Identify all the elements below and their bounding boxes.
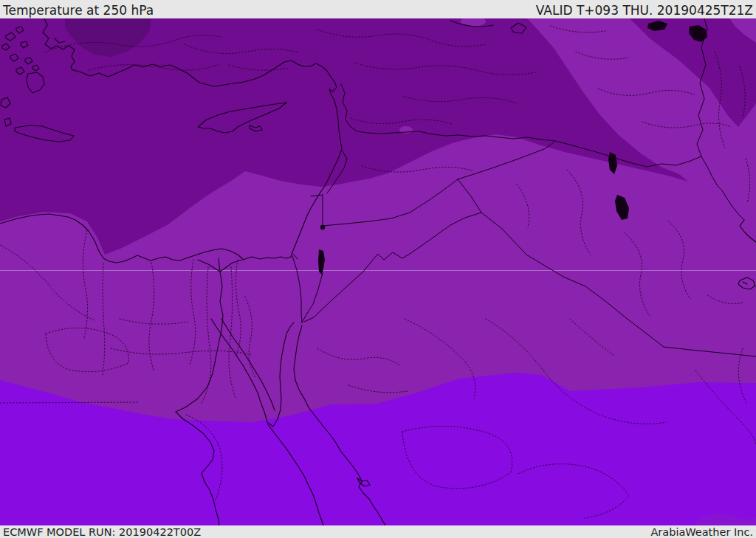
header-bar: Temperature at 250 hPa VALID T+093 THU. …: [0, 0, 756, 18]
footer-bar: ECMWF MODEL RUN: 20190422T00Z ArabiaWeat…: [0, 525, 756, 538]
attribution-label: ArabiaWeather Inc.: [650, 527, 753, 538]
map-title: Temperature at 250 hPa: [3, 4, 154, 17]
valid-time-label: VALID T+093 THU. 20190425T21Z: [536, 4, 753, 17]
model-run-label: ECMWF MODEL RUN: 20190422T00Z: [3, 527, 201, 538]
map-canvas: [0, 0, 756, 538]
weather-map-app: Temperature at 250 hPa VALID T+093 THU. …: [0, 0, 756, 538]
